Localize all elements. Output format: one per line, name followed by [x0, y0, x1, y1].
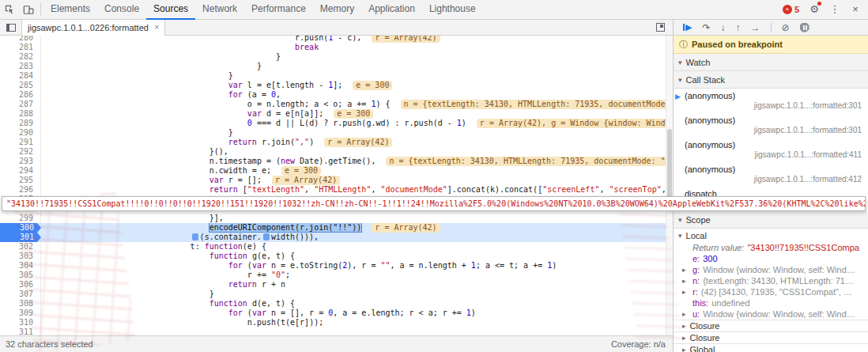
line-number[interactable]: 280 [0, 36, 41, 43]
inspect-element-icon[interactable] [0, 5, 19, 15]
code-line[interactable]: 293n.timestamp = (new Date).getTime(),n … [0, 157, 666, 166]
tab-lighthouse[interactable]: Lighthouse [422, 0, 483, 20]
tab-application[interactable]: Application [361, 0, 422, 20]
code-line[interactable]: 309for (var n = [], r = 0, a = e.length;… [0, 308, 666, 318]
resume-script-icon[interactable]: ▶ [683, 23, 692, 32]
call-stack-frame[interactable]: (anonymous)jigsawpc.1.0.1...:formatted:4… [674, 138, 868, 162]
coverage-status[interactable]: Coverage: n/a [611, 339, 666, 349]
line-number[interactable]: 294 [0, 166, 41, 176]
line-code[interactable]: } [41, 71, 666, 81]
line-code[interactable]: return r.join(",")r = Array(42) [41, 138, 666, 147]
code-line[interactable]: 291return r.join(",")r = Array(42) [0, 138, 666, 147]
inline-exec-marker-icon[interactable] [192, 233, 198, 240]
line-number[interactable]: 284 [0, 71, 41, 81]
line-code[interactable]: n.timestamp = (new Date).getTime(),n = {… [41, 157, 666, 166]
line-code[interactable]: r.push(1 - c),r = Array(42) [41, 36, 666, 43]
line-number[interactable]: 283 [0, 62, 41, 71]
code-line[interactable]: 306return r + n [0, 280, 666, 290]
code-line[interactable]: 299}], [0, 214, 666, 223]
call-stack-frame[interactable]: (anonymous)jigsawpc.1.0.1...:formatted:3… [674, 113, 868, 138]
line-number[interactable]: 309 [0, 308, 41, 318]
tab-elements[interactable]: Elements [43, 0, 97, 20]
more-options-icon[interactable]: ⋮ [825, 0, 844, 19]
line-code[interactable]: } [41, 52, 666, 62]
line-code[interactable]: }(), [41, 147, 666, 157]
line-code[interactable]: r += "0"; [41, 271, 666, 280]
code-line[interactable]: 295var r = [];r = Array(42) [0, 176, 666, 185]
line-number[interactable]: 286 [0, 90, 41, 100]
line-code[interactable]: return ["textLength", "HTMLLength", "doc… [41, 185, 666, 195]
editor-scrollbar[interactable] [666, 36, 673, 335]
line-code[interactable] [41, 327, 666, 335]
code-line[interactable]: 308function d(e, t) { [0, 299, 666, 308]
scope-entry[interactable]: ▸r:(42) [34130, 71935, "CSS1Compat", … [674, 286, 868, 297]
code-line[interactable]: 2890 === d || L(d) ? r.push(g.wd) : r.pu… [0, 119, 666, 128]
line-number[interactable]: 285 [0, 81, 41, 90]
code-line[interactable]: 304for (var n = e.toString(2), r = "", a… [0, 261, 666, 271]
line-number[interactable]: 282 [0, 52, 41, 62]
line-number[interactable]: 295 [0, 176, 41, 185]
line-code[interactable]: 0 === d || L(d) ? r.push(g.wd) : r.push(… [41, 119, 666, 128]
code-line[interactable]: 283} [0, 62, 666, 71]
code-line[interactable]: 282} [0, 52, 666, 62]
line-code[interactable]: var d = e[n[a]];e = 300 [41, 109, 666, 119]
line-code[interactable]: encodeURIComponent(r.join("!!"))r = Arra… [41, 223, 666, 233]
line-code[interactable]: return r + n [41, 280, 666, 290]
line-number[interactable]: 303 [0, 252, 41, 261]
line-code[interactable]: function g(e, t) { [41, 252, 666, 261]
code-line[interactable]: 292}(), [0, 147, 666, 157]
line-number[interactable]: 293 [0, 157, 41, 166]
line-number[interactable]: 299 [0, 214, 41, 223]
line-number[interactable]: 291 [0, 138, 41, 147]
tab-sources[interactable]: Sources [146, 0, 195, 20]
pause-on-exceptions-icon[interactable] [800, 23, 810, 32]
line-number[interactable]: 302 [0, 242, 41, 252]
step-over-icon[interactable]: ↷ [702, 23, 710, 32]
scope-entry[interactable]: ▸n:{textLength: 34130, HTMLLength: 71… [674, 275, 868, 286]
close-devtools-icon[interactable]: × [846, 0, 865, 19]
line-number[interactable]: 289 [0, 119, 41, 128]
code-line[interactable]: 284} [0, 71, 666, 81]
line-number[interactable]: 288 [0, 109, 41, 119]
line-code[interactable]: } [41, 128, 666, 138]
code-line[interactable]: 301(s.container.width())), [0, 233, 666, 242]
line-code[interactable]: (s.container.width())), [41, 233, 666, 242]
line-number[interactable]: 296 [0, 185, 41, 195]
line-code[interactable]: break [41, 43, 666, 52]
chevron-right-icon[interactable]: ▸ [682, 264, 686, 275]
line-number[interactable]: 292 [0, 147, 41, 157]
call-stack-frame[interactable]: ▶(anonymous)jigsawpc.1.0.1...:formatted:… [674, 89, 868, 113]
scope-entry[interactable]: e:300 [674, 253, 868, 264]
line-number[interactable]: 310 [0, 318, 41, 327]
scrollbar-thumb[interactable] [667, 129, 672, 202]
line-code[interactable]: for (a = 0, [41, 90, 666, 100]
line-number[interactable]: 306 [0, 280, 41, 290]
line-code[interactable]: } [41, 62, 666, 71]
tab-performance[interactable]: Performance [244, 0, 313, 20]
tab-console[interactable]: Console [97, 0, 146, 20]
code-line[interactable]: 303function g(e, t) { [0, 252, 666, 261]
inline-exec-marker-icon[interactable] [263, 233, 270, 240]
line-code[interactable]: function d(e, t) { [41, 299, 666, 308]
line-number[interactable]: 304 [0, 261, 41, 271]
device-toolbar-icon[interactable] [19, 5, 38, 15]
chevron-right-icon[interactable]: ▸ [682, 275, 686, 286]
scope-local-header[interactable]: ▾ Local [674, 229, 868, 242]
tab-network[interactable]: Network [195, 0, 244, 20]
line-number[interactable]: 290 [0, 128, 41, 138]
code-line[interactable]: 280r.push(1 - c),r = Array(42) [0, 36, 666, 43]
navigator-toggle-icon[interactable] [6, 24, 16, 32]
line-code[interactable]: o = n.length; a < o; a += 1) {n = {textL… [41, 100, 666, 109]
scope-entry[interactable]: ▸u:Window {window: Window, self: Wind… [674, 308, 868, 320]
deactivate-breakpoints-icon[interactable]: ⊘ [782, 23, 790, 32]
line-code[interactable]: } [41, 290, 666, 299]
line-number[interactable]: 311 [0, 327, 41, 335]
error-count-badge[interactable]: × 5 [779, 5, 803, 14]
code-line[interactable]: 290} [0, 128, 666, 138]
code-line[interactable]: 296return ["textLength", "HTMLLength", "… [0, 185, 666, 195]
code-line[interactable]: 307} [0, 290, 666, 299]
line-code[interactable]: t: function(e) { [41, 242, 666, 252]
line-number[interactable]: 300 [0, 223, 41, 233]
file-tab[interactable]: jigsawpc.1.0.1...0226:formatted × [21, 20, 165, 36]
chevron-right-icon[interactable]: ▸ [682, 308, 686, 320]
